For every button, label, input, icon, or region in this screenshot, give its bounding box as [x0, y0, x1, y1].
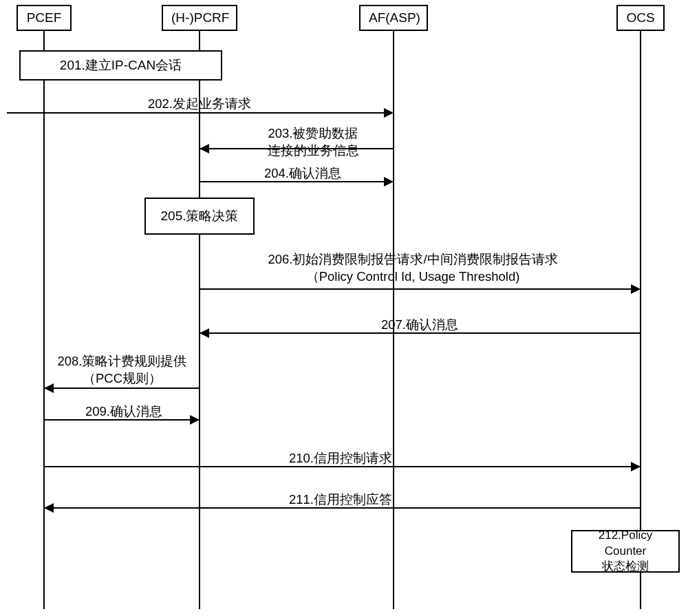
arrowhead-211 [44, 503, 54, 513]
step-208-l1: 208.策略计费规则提供 [57, 354, 186, 368]
step-210-label: 210.信用控制请求 [255, 449, 427, 467]
step-205-box: 205.策略决策 [144, 198, 255, 235]
arrowhead-207 [200, 328, 209, 338]
arrowhead-210 [631, 462, 641, 471]
arrow-202 [7, 112, 391, 114]
lifeline-pcrf [199, 31, 200, 609]
step-202-label: 202.发起业务请求 [110, 95, 289, 112]
step-201-label: 201.建立IP-CAN会话 [60, 56, 182, 74]
step-206-label: 206.初始消费限制报告请求/中间消费限制报告请求 （Policy Contro… [213, 251, 612, 286]
step-206-l2: （Policy Control Id, Usage Threshold) [306, 269, 520, 284]
step-205-label: 205.策略决策 [161, 207, 239, 225]
step-203-l1: 203.被赞助数据 [268, 126, 358, 140]
participant-pcef-label: PCEF [27, 10, 62, 25]
step-212-l1: 212.Policy Counter [579, 528, 671, 560]
arrowhead-204 [384, 177, 394, 187]
step-206-l1: 206.初始消费限制报告请求/中间消费限制报告请求 [268, 252, 557, 266]
step-203-l2: 连接的业务信息 [268, 143, 359, 158]
step-201-box: 201.建立IP-CAN会话 [19, 50, 222, 81]
step-212-box: 212.Policy Counter 状态检测 [571, 530, 680, 573]
arrowhead-203 [200, 144, 209, 153]
step-208-label: 208.策略计费规则提供 （PCC规则） [48, 353, 196, 387]
step-209-label: 209.确认消息 [62, 403, 186, 420]
sequence-diagram: PCEF (H-)PCRF AF(ASP) OCS 201.建立IP-CAN会话… [7, 3, 681, 613]
participant-pcrf: (H-)PCRF [162, 5, 237, 31]
arrowhead-206 [631, 284, 641, 294]
participant-af-label: AF(ASP) [369, 10, 420, 25]
participant-ocs-label: OCS [626, 10, 654, 25]
step-203-label: 203.被赞助数据 连接的业务信息 [244, 125, 382, 160]
participant-ocs: OCS [616, 5, 665, 31]
lifeline-pcef [43, 31, 45, 609]
arrowhead-209 [190, 415, 200, 425]
lifeline-ocs [640, 31, 641, 609]
step-204-label: 204.确认消息 [234, 164, 372, 182]
participant-pcef: PCEF [17, 5, 72, 31]
step-212-l2: 状态检测 [602, 559, 649, 575]
arrowhead-202 [384, 108, 394, 118]
arrow-206 [200, 288, 638, 290]
step-207-label: 207.确认消息 [351, 316, 488, 333]
participant-pcrf-label: (H-)PCRF [171, 10, 229, 25]
step-211-label: 211.信用控制应答 [255, 491, 427, 508]
step-208-l2: （PCC规则） [83, 371, 162, 385]
participant-af: AF(ASP) [359, 5, 428, 31]
arrow-208 [45, 387, 199, 389]
